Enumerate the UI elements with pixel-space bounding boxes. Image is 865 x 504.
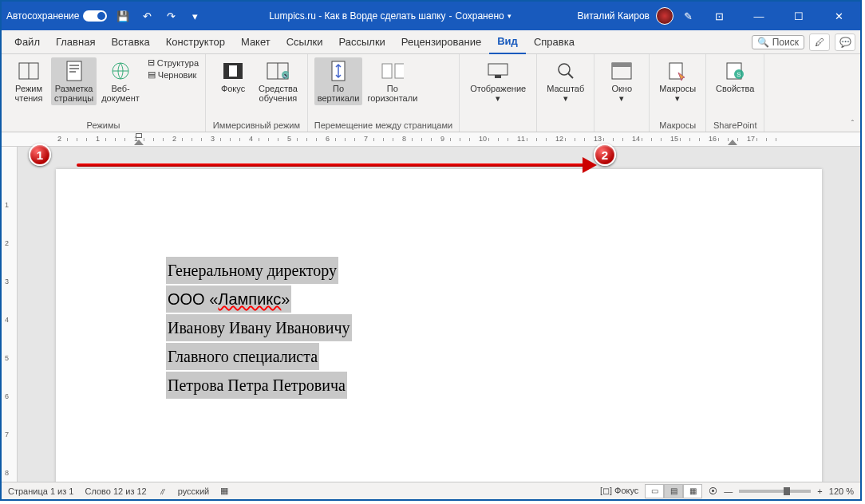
display-icon bbox=[487, 60, 509, 82]
ribbon-display-icon[interactable]: ⊡ bbox=[702, 2, 736, 30]
svg-rect-3 bbox=[69, 65, 79, 66]
svg-rect-4 bbox=[69, 68, 79, 69]
group-modes-label: Режимы bbox=[8, 119, 199, 130]
tab-design[interactable]: Конструктор bbox=[158, 30, 233, 54]
save-status: Сохранено bbox=[456, 10, 504, 22]
doc-line-2[interactable]: ООО «Лампикс» bbox=[166, 285, 291, 313]
svg-point-18 bbox=[559, 64, 570, 75]
doc-line-5[interactable]: Петрова Петра Петровича bbox=[166, 372, 347, 399]
tab-insert[interactable]: Вставка bbox=[103, 30, 157, 54]
horizontal-icon bbox=[381, 60, 404, 82]
draft-button[interactable]: ▤Черновик bbox=[148, 69, 199, 80]
page[interactable]: Генеральному директору ООО «Лампикс» Ива… bbox=[56, 169, 822, 482]
properties-button[interactable]: S Свойства bbox=[713, 57, 757, 96]
tab-layout[interactable]: Макет bbox=[233, 30, 278, 54]
web-layout-icon bbox=[109, 60, 132, 82]
group-macros-label: Макросы bbox=[656, 119, 699, 130]
learning-tools-button[interactable]: 🔊 Средстваобучения bbox=[255, 57, 301, 105]
zoom-slider[interactable] bbox=[739, 490, 811, 493]
status-page[interactable]: Страница 1 из 1 bbox=[8, 486, 73, 496]
ribbon-tabs: Файл Главная Вставка Конструктор Макет С… bbox=[2, 30, 860, 54]
document-title: Lumpics.ru - Как в Ворде сделать шапку bbox=[269, 10, 445, 22]
autosave-label: Автосохранение bbox=[6, 10, 79, 22]
view-read-icon[interactable]: ▭ bbox=[645, 484, 664, 498]
draft-icon: ▤ bbox=[148, 69, 156, 80]
annotation-badge-1: 1 bbox=[29, 144, 51, 166]
tab-file[interactable]: Файл bbox=[6, 30, 48, 54]
collapse-ribbon-icon[interactable]: ˆ bbox=[851, 120, 854, 128]
view-print-icon[interactable]: ▤ bbox=[664, 484, 683, 498]
save-icon[interactable]: 💾 bbox=[115, 8, 131, 24]
status-macros-icon[interactable]: ▦ bbox=[220, 486, 228, 496]
indent-marker-bottom[interactable] bbox=[134, 140, 144, 145]
accessibility-icon[interactable]: ⦿ bbox=[709, 486, 717, 496]
redo-icon[interactable]: ↷ bbox=[163, 8, 179, 24]
svg-rect-17 bbox=[495, 75, 501, 78]
page-layout-icon bbox=[63, 60, 85, 82]
document-area: Генеральному директору ООО «Лампикс» Ива… bbox=[18, 147, 860, 482]
autosave-toggle[interactable]: Автосохранение ✓ bbox=[6, 10, 107, 22]
svg-rect-21 bbox=[612, 63, 631, 67]
tab-home[interactable]: Главная bbox=[48, 30, 103, 54]
learning-tools-icon: 🔊 bbox=[267, 60, 289, 82]
vertical-icon bbox=[327, 60, 350, 82]
tab-help[interactable]: Справка bbox=[526, 30, 583, 54]
undo-icon[interactable]: ↶ bbox=[139, 8, 155, 24]
svg-rect-15 bbox=[395, 64, 404, 78]
comments-button[interactable]: 💬 bbox=[835, 33, 855, 51]
window-icon bbox=[610, 60, 633, 82]
group-move-label: Перемещение между страницами bbox=[314, 119, 452, 130]
status-words[interactable]: Слово 12 из 12 bbox=[85, 486, 146, 496]
indent-marker-right[interactable] bbox=[728, 140, 737, 145]
vertical-button[interactable]: Повертикали bbox=[314, 57, 363, 105]
page-layout-button[interactable]: Разметкастраницы bbox=[51, 57, 97, 105]
structure-icon: ⊟ bbox=[148, 57, 155, 68]
horizontal-ruler[interactable]: 211234567891011121314151617 bbox=[2, 132, 860, 147]
titlebar: Автосохранение ✓ 💾 ↶ ↷ ▾ Lumpics.ru - Ка… bbox=[2, 2, 860, 30]
qat-dropdown-icon[interactable]: ▾ bbox=[187, 8, 203, 24]
vertical-ruler[interactable]: 12345678 bbox=[2, 147, 18, 482]
tab-review[interactable]: Рецензирование bbox=[393, 30, 489, 54]
indent-marker-top[interactable] bbox=[136, 133, 142, 138]
search-box[interactable]: 🔍 Поиск bbox=[752, 35, 804, 49]
focus-button[interactable]: Фокус bbox=[212, 57, 254, 105]
svg-line-19 bbox=[568, 73, 573, 78]
display-button[interactable]: Отображение▾ bbox=[466, 57, 530, 105]
structure-button[interactable]: ⊟Структура bbox=[148, 57, 199, 68]
macros-button[interactable]: Макросы▾ bbox=[656, 57, 699, 105]
view-web-icon[interactable]: ▦ bbox=[683, 484, 702, 498]
doc-line-4[interactable]: Главного специалиста bbox=[166, 343, 319, 370]
toggle-pill-icon: ✓ bbox=[83, 10, 107, 22]
zoom-button[interactable]: Масштаб▾ bbox=[543, 57, 587, 105]
doc-line-1[interactable]: Генеральному директору bbox=[166, 257, 338, 284]
view-switcher: ▭ ▤ ▦ bbox=[645, 484, 702, 498]
status-language[interactable]: русский bbox=[178, 486, 209, 496]
tab-view[interactable]: Вид bbox=[489, 30, 526, 54]
web-layout-button[interactable]: Веб-документ bbox=[98, 57, 143, 105]
zoom-icon bbox=[555, 60, 577, 82]
doc-line-3[interactable]: Иванову Ивану Ивановичу bbox=[166, 314, 352, 341]
share-button[interactable]: 🖊 bbox=[809, 33, 830, 51]
maximize-button[interactable]: ☐ bbox=[782, 2, 816, 30]
window-button[interactable]: Окно▾ bbox=[601, 57, 642, 105]
coming-soon-icon[interactable]: ✎ bbox=[680, 8, 696, 24]
close-button[interactable]: ✕ bbox=[822, 2, 855, 30]
status-spellcheck-icon[interactable]: ⫽ bbox=[158, 486, 167, 496]
zoom-level[interactable]: 120 % bbox=[829, 486, 854, 496]
minimize-button[interactable]: ― bbox=[742, 2, 776, 30]
user-avatar[interactable] bbox=[656, 7, 673, 25]
status-focus[interactable]: [◻] Фокус bbox=[600, 486, 638, 496]
reading-mode-button[interactable]: Режимчтения bbox=[8, 57, 49, 105]
svg-text:S: S bbox=[737, 71, 741, 78]
svg-text:🔊: 🔊 bbox=[282, 72, 290, 79]
svg-rect-8 bbox=[229, 65, 237, 77]
statusbar: Страница 1 из 1 Слово 12 из 12 ⫽ русский… bbox=[2, 482, 860, 499]
zoom-in-button[interactable]: + bbox=[817, 486, 822, 496]
horizontal-button[interactable]: Погоризонтали bbox=[364, 57, 421, 105]
properties-icon: S bbox=[724, 60, 746, 82]
svg-rect-14 bbox=[382, 64, 392, 78]
zoom-out-button[interactable]: ― bbox=[724, 486, 733, 496]
tab-references[interactable]: Ссылки bbox=[278, 30, 331, 54]
group-immersive-label: Иммерсивный режим bbox=[212, 119, 301, 130]
tab-mailings[interactable]: Рассылки bbox=[330, 30, 393, 54]
